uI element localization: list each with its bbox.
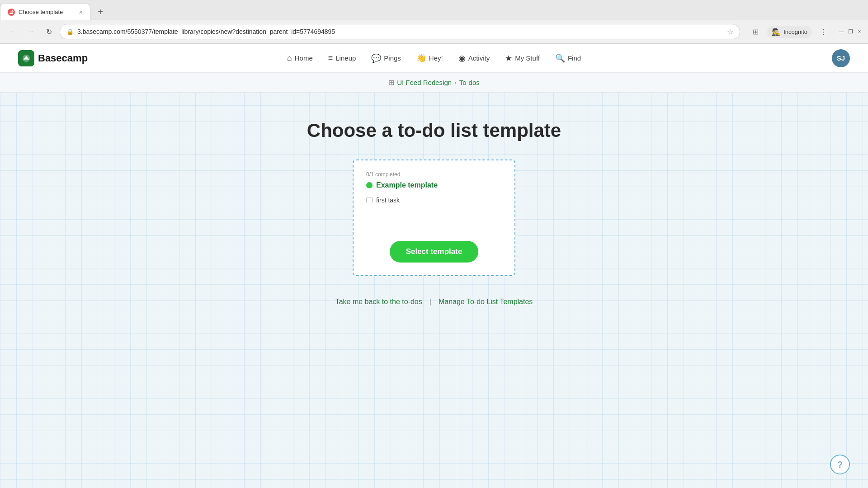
nav-home-label: Home — [295, 54, 313, 62]
address-bar[interactable]: 🔒 3.basecamp.com/5550377/template_librar… — [60, 24, 740, 39]
task-checkbox-0[interactable] — [366, 197, 373, 203]
template-card: 0/1 completed Example template first tas… — [353, 160, 515, 276]
logo-text: Basecamp — [38, 52, 88, 64]
user-avatar[interactable]: SJ — [832, 49, 850, 67]
nav-pings[interactable]: 💬 Pings — [365, 50, 407, 67]
select-template-button[interactable]: Select template — [390, 241, 479, 263]
add-tab-button[interactable]: + — [94, 5, 107, 18]
browser-menu-button[interactable]: ⋮ — [816, 24, 831, 39]
forward-button[interactable]: → — [24, 24, 38, 39]
maximize-button[interactable]: ❐ — [847, 28, 854, 35]
template-name: Example template — [376, 181, 438, 189]
extensions-icon[interactable]: ⊞ — [748, 24, 763, 39]
browser-tab-bar: 🏕 Choose template × + — [0, 0, 868, 20]
browser-chrome: 🏕 Choose template × + ← → ↻ 🔒 3.basecamp… — [0, 0, 868, 44]
tab-close-icon[interactable]: × — [79, 9, 83, 16]
nav-pings-label: Pings — [384, 54, 401, 62]
breadcrumb: ⊞ UI Feed Redesign › To-dos — [0, 73, 868, 93]
main-nav: ⌂ Home ≡ Lineup 💬 Pings 👋 Hey! ◉ Activit… — [281, 50, 587, 67]
tab-title: Choose template — [19, 9, 75, 15]
nav-mystuff[interactable]: ★ My Stuff — [499, 50, 546, 67]
template-status-dot — [366, 182, 373, 188]
home-icon: ⌂ — [287, 53, 292, 63]
hey-icon: 👋 — [416, 53, 426, 63]
incognito-icon: 🕵 — [772, 28, 781, 36]
basecamp-logo[interactable]: Basecamp — [18, 50, 88, 66]
template-name-row: Example template — [366, 181, 502, 189]
bookmark-icon[interactable]: ☆ — [727, 28, 733, 36]
nav-activity-label: Activity — [468, 54, 490, 62]
pings-icon: 💬 — [371, 53, 381, 63]
page-body: Choose a to-do list template 0/1 complet… — [0, 93, 868, 333]
breadcrumb-section-link[interactable]: To-dos — [459, 79, 480, 86]
app-header: Basecamp ⌂ Home ≡ Lineup 💬 Pings 👋 Hey! … — [0, 44, 868, 73]
nav-find-label: Find — [568, 54, 581, 62]
nav-mystuff-label: My Stuff — [515, 54, 540, 62]
mystuff-icon: ★ — [505, 53, 512, 63]
nav-activity[interactable]: ◉ Activity — [452, 50, 496, 67]
nav-hey[interactable]: 👋 Hey! — [410, 50, 449, 67]
main-content: ⊞ UI Feed Redesign › To-dos Choose a to-… — [0, 73, 868, 488]
url-text: 3.basecamp.com/5550377/template_library/… — [77, 28, 723, 35]
footer-separator: | — [429, 298, 431, 306]
template-spacer — [366, 205, 502, 241]
reload-button[interactable]: ↻ — [42, 24, 56, 39]
browser-right-controls: ⊞ 🕵 Incognito ⋮ — [748, 24, 831, 39]
back-to-todos-link[interactable]: Take me back to the to-dos — [335, 298, 422, 306]
minimize-button[interactable]: — — [838, 28, 844, 35]
select-btn-wrap: Select template — [366, 241, 502, 263]
task-row-0: first task — [366, 196, 502, 205]
help-button[interactable]: ? — [830, 455, 850, 474]
incognito-button[interactable]: 🕵 Incognito — [767, 26, 812, 38]
nav-hey-label: Hey! — [429, 54, 443, 62]
lineup-icon: ≡ — [328, 53, 333, 63]
back-button[interactable]: ← — [5, 24, 20, 39]
close-button[interactable]: × — [856, 28, 863, 35]
window-controls: — ❐ × — [838, 28, 863, 35]
activity-icon: ◉ — [458, 53, 466, 63]
breadcrumb-project-link[interactable]: UI Feed Redesign — [397, 79, 452, 86]
breadcrumb-separator: › — [454, 79, 457, 86]
manage-templates-link[interactable]: Manage To-do List Templates — [439, 298, 533, 306]
breadcrumb-icon: ⊞ — [388, 78, 394, 87]
nav-lineup[interactable]: ≡ Lineup — [322, 50, 363, 66]
logo-icon — [18, 50, 34, 66]
nav-lineup-label: Lineup — [335, 54, 356, 62]
page-title: Choose a to-do list template — [307, 120, 561, 141]
task-label-0: first task — [376, 197, 400, 204]
tab-favicon: 🏕 — [8, 9, 15, 16]
footer-links: Take me back to the to-dos | Manage To-d… — [335, 298, 533, 306]
nav-find[interactable]: 🔍 Find — [549, 50, 587, 67]
active-tab[interactable]: 🏕 Choose template × — [0, 4, 90, 20]
browser-toolbar: ← → ↻ 🔒 3.basecamp.com/5550377/template_… — [0, 20, 868, 43]
incognito-label: Incognito — [783, 28, 807, 35]
template-completed-text: 0/1 completed — [366, 171, 502, 178]
secure-icon: 🔒 — [66, 28, 74, 35]
nav-home[interactable]: ⌂ Home — [281, 50, 319, 66]
find-icon: 🔍 — [555, 53, 565, 63]
